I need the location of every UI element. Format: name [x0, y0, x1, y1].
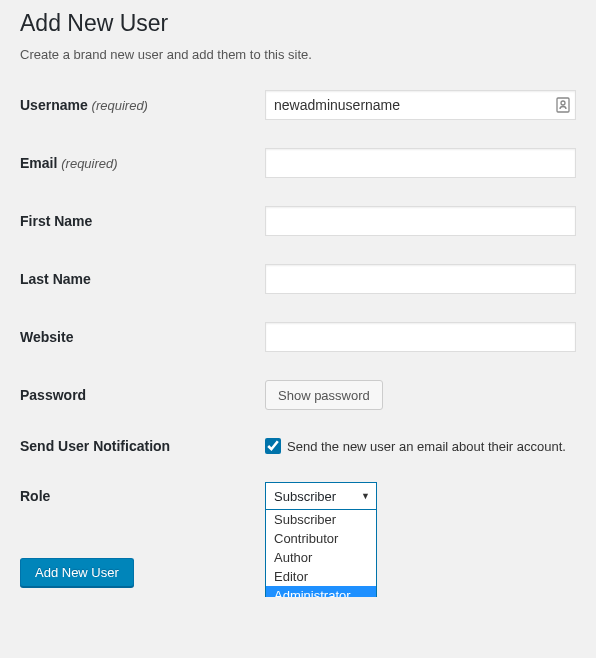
website-label: Website: [20, 329, 265, 345]
add-user-form: Username (required) Email (required) Fir…: [20, 90, 576, 510]
last-name-input[interactable]: [265, 264, 576, 294]
show-password-button[interactable]: Show password: [265, 380, 383, 410]
svg-point-1: [561, 101, 565, 105]
role-label: Role: [20, 488, 265, 504]
role-option[interactable]: Author: [266, 548, 376, 567]
username-label: Username (required): [20, 97, 265, 113]
role-option[interactable]: Subscriber: [266, 510, 376, 529]
website-input[interactable]: [265, 322, 576, 352]
role-option[interactable]: Contributor: [266, 529, 376, 548]
notification-checkbox-label: Send the new user an email about their a…: [287, 439, 566, 454]
email-input[interactable]: [265, 148, 576, 178]
role-dropdown: SubscriberContributorAuthorEditorAdminis…: [265, 510, 377, 597]
first-name-input[interactable]: [265, 206, 576, 236]
first-name-label: First Name: [20, 213, 265, 229]
role-option[interactable]: Editor: [266, 567, 376, 586]
email-label: Email (required): [20, 155, 265, 171]
role-select[interactable]: Subscriber ▼: [265, 482, 377, 510]
page-subtitle: Create a brand new user and add them to …: [20, 47, 576, 62]
role-option[interactable]: Administrator: [266, 586, 376, 597]
password-label: Password: [20, 387, 265, 403]
notification-label: Send User Notification: [20, 438, 265, 454]
add-new-user-button[interactable]: Add New User: [20, 558, 134, 587]
page-title: Add New User: [20, 10, 576, 37]
username-input[interactable]: [265, 90, 576, 120]
notification-checkbox[interactable]: [265, 438, 281, 454]
last-name-label: Last Name: [20, 271, 265, 287]
autofill-icon: [556, 97, 570, 113]
chevron-down-icon: ▼: [361, 491, 370, 501]
